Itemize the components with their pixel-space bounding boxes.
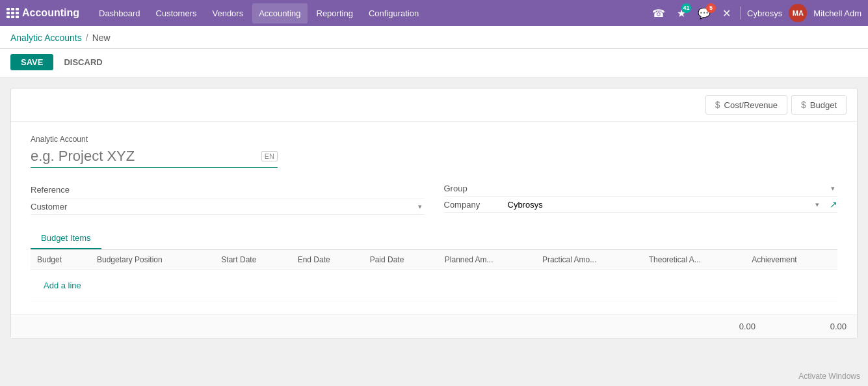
col-budgetary-position: Budgetary Position [90, 250, 215, 270]
user-avatar: MA [789, 4, 807, 22]
language-badge[interactable]: EN [261, 151, 278, 161]
discard-button[interactable]: DISCARD [59, 54, 107, 70]
name-row: EN [31, 148, 278, 168]
breadcrumb-current: New [92, 33, 111, 43]
group-select-wrapper [508, 184, 838, 193]
col-practical-amount: Practical Amo... [536, 250, 642, 270]
company-select[interactable]: Cybrosys [508, 200, 822, 210]
add-line-button[interactable]: Add a line [37, 275, 88, 296]
col-end-date: End Date [291, 250, 363, 270]
nav-vendors[interactable]: Vendors [205, 3, 250, 23]
col-planned-amount: Planned Am... [438, 250, 536, 270]
col-start-date: Start Date [215, 250, 291, 270]
nav-customers[interactable]: Customers [150, 3, 204, 23]
cost-revenue-label: Cost/Revenue [724, 100, 778, 110]
navbar-right: ☎ ★ 41 💬 5 ✕ Cybrosys MA Mitchell Adm [650, 4, 861, 22]
col-paid-date: Paid Date [363, 250, 438, 270]
nav-reporting[interactable]: Reporting [310, 3, 360, 23]
breadcrumb-bar: Analytic Accounts / New [0, 26, 868, 49]
form-card: $ Cost/Revenue $ Budget Analytic Account… [10, 88, 858, 338]
activity-icon[interactable]: ★ 41 [674, 5, 689, 22]
col-theoretical-amount: Theoretical A... [642, 250, 746, 270]
budget-button[interactable]: $ Budget [791, 95, 847, 115]
phone-icon[interactable]: ☎ [650, 5, 668, 22]
nav-links: Dashboard Customers Vendors Accounting R… [92, 3, 650, 23]
reference-input[interactable] [94, 184, 425, 196]
grid-icon [7, 8, 17, 18]
brand-title: Accounting [22, 7, 79, 19]
budget-table: Budget Budgetary Position Start Date End… [31, 250, 837, 301]
user-name: Mitchell Adm [813, 8, 861, 18]
group-label: Group [444, 184, 503, 193]
company-external-link-icon[interactable]: ↗ [830, 199, 837, 210]
nav-dashboard[interactable]: Dashboard [92, 3, 147, 23]
company-name: Cybrosys [747, 8, 782, 18]
reference-label: Reference [31, 185, 89, 195]
breadcrumb-separator: / [86, 33, 88, 43]
customer-label: Customer [31, 202, 89, 212]
navbar-divider [740, 7, 741, 20]
chat-badge: 5 [706, 3, 716, 13]
analytic-account-label: Analytic Account [31, 135, 837, 144]
group-select[interactable] [508, 184, 838, 193]
app-brand[interactable]: Accounting [7, 7, 79, 19]
main-content: $ Cost/Revenue $ Budget Analytic Account… [0, 77, 868, 349]
action-bar: SAVE DISCARD [0, 49, 868, 77]
form-card-header: $ Cost/Revenue $ Budget [11, 89, 857, 122]
tabs-bar: Budget Items [31, 228, 837, 250]
right-fields: Group Company Cybrosys [444, 181, 838, 215]
nav-configuration[interactable]: Configuration [362, 3, 425, 23]
close-icon[interactable]: ✕ [720, 5, 733, 22]
col-budget: Budget [31, 250, 90, 270]
activity-badge: 41 [681, 3, 691, 13]
breadcrumb-parent[interactable]: Analytic Accounts [10, 33, 82, 43]
form-card-footer: 0.00 0.00 [11, 314, 857, 338]
breadcrumb: Analytic Accounts / New [10, 33, 111, 48]
cost-revenue-button[interactable]: $ Cost/Revenue [705, 95, 787, 115]
customer-select[interactable] [94, 202, 425, 212]
chat-icon[interactable]: 💬 5 [695, 5, 713, 22]
theoretical-total: 0.00 [795, 322, 847, 331]
customer-select-wrapper [94, 202, 425, 212]
add-line-row: Add a line [31, 270, 837, 301]
form-body: Analytic Account EN Reference Customer [11, 122, 857, 314]
budget-icon: $ [801, 100, 806, 110]
company-select-wrapper: Cybrosys [508, 200, 822, 210]
reference-row: Reference [31, 181, 425, 199]
navbar: Accounting Dashboard Customers Vendors A… [0, 0, 868, 26]
left-fields: Reference Customer [31, 181, 425, 215]
save-button[interactable]: SAVE [10, 54, 53, 70]
company-row: Company Cybrosys ↗ [444, 197, 838, 213]
cost-revenue-icon: $ [715, 100, 720, 110]
budget-label: Budget [810, 100, 837, 110]
tab-budget-items[interactable]: Budget Items [31, 228, 101, 249]
account-name-input[interactable] [31, 148, 255, 165]
nav-accounting[interactable]: Accounting [252, 3, 307, 23]
company-label: Company [444, 200, 503, 210]
group-row: Group [444, 181, 838, 197]
practical-total: 0.00 [704, 322, 756, 331]
customer-row: Customer [31, 199, 425, 215]
col-achievement: Achievement [745, 250, 837, 270]
fields-grid: Reference Customer [31, 181, 837, 215]
